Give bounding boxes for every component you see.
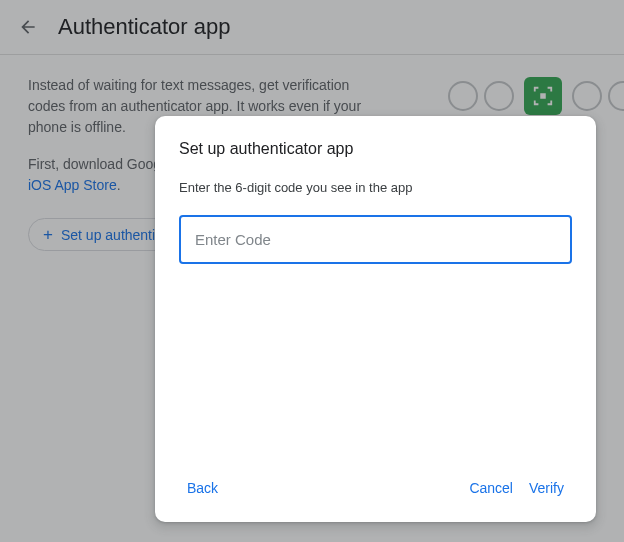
dialog-body: Set up authenticator app Enter the 6-dig… [155, 116, 596, 460]
code-input[interactable] [179, 215, 572, 264]
dialog-title: Set up authenticator app [179, 140, 572, 158]
cancel-button[interactable]: Cancel [461, 474, 521, 502]
setup-authenticator-dialog: Set up authenticator app Enter the 6-dig… [155, 116, 596, 522]
dialog-footer: Back Cancel Verify [155, 460, 596, 522]
dialog-subtitle: Enter the 6-digit code you see in the ap… [179, 180, 572, 195]
verify-button[interactable]: Verify [521, 474, 572, 502]
back-button[interactable]: Back [179, 474, 226, 502]
